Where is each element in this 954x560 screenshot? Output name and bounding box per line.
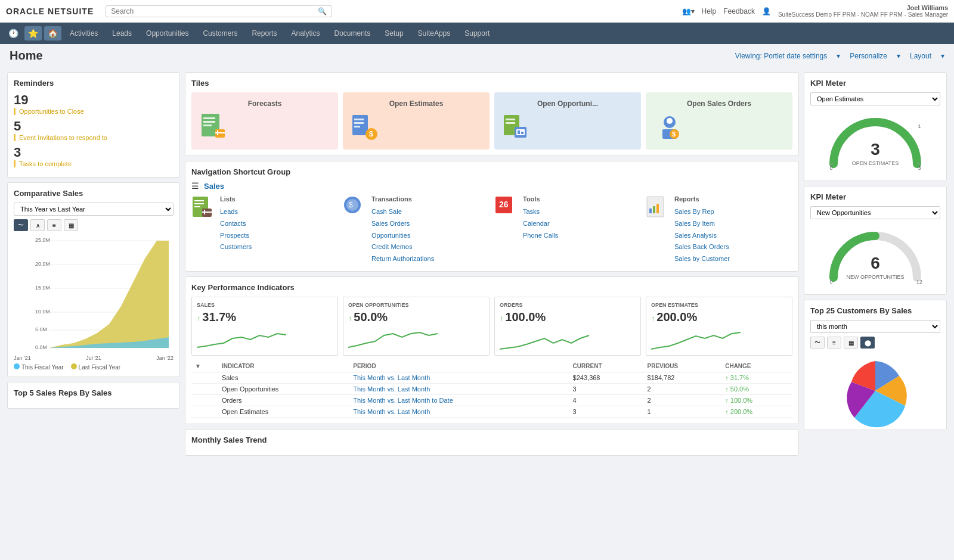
- link-sales-backorders[interactable]: Sales Back Orders: [674, 241, 730, 253]
- tile-forecasts[interactable]: Forecasts: [191, 92, 338, 150]
- nav-icon-clock[interactable]: 🕐: [5, 26, 22, 41]
- search-bar[interactable]: 🔍: [106, 5, 332, 17]
- chart-line-btn[interactable]: ∧: [30, 219, 45, 231]
- link-leads[interactable]: Leads: [220, 206, 252, 218]
- kpi-grid: SALES ↑ 31.7% OPEN OPPORTUNITIES: [191, 297, 792, 356]
- sales-group-header: ☰ Sales: [191, 181, 792, 191]
- svg-text:6: 6: [871, 254, 880, 272]
- chart-x-labels: Jan '21 Jul '21 Jan '22: [14, 355, 174, 361]
- nav-suiteapps[interactable]: SuiteApps: [412, 27, 457, 40]
- kpi-row-sales-change: ↑ 31.7%: [721, 372, 792, 383]
- link-cash-sale[interactable]: Cash Sale: [371, 206, 434, 218]
- sales-group-label[interactable]: Sales: [204, 182, 224, 191]
- personalize-link[interactable]: Personalize: [850, 52, 887, 60]
- link-sales-by-rep[interactable]: Sales By Rep: [674, 206, 730, 218]
- user-name: Joel Williams: [778, 4, 948, 11]
- search-input[interactable]: [111, 7, 318, 15]
- kpi-row-sales-indicator[interactable]: Sales: [218, 372, 349, 383]
- kpi-meter1-dropdown[interactable]: Open Estimates: [810, 92, 940, 105]
- svg-rect-22: [354, 119, 364, 120]
- kpi-row-openopps-period[interactable]: This Month vs. Last Month: [349, 383, 569, 394]
- chart-table-btn[interactable]: ≡: [47, 219, 61, 231]
- kpi-open-estimates: OPEN ESTIMATES ↑ 200.0%: [646, 297, 792, 356]
- nav-setup[interactable]: Setup: [379, 27, 409, 40]
- page-title: Home: [10, 49, 43, 63]
- kpi-col-previous[interactable]: PREVIOUS: [644, 360, 722, 372]
- svg-rect-33: [521, 132, 524, 134]
- kpi-row-orders-period[interactable]: This Month vs. Last Month to Date: [349, 394, 569, 406]
- svg-text:26: 26: [499, 200, 509, 209]
- nav-customers[interactable]: Customers: [197, 27, 243, 40]
- kpi-row-sales-current: $243,368: [569, 372, 644, 383]
- link-sales-by-item[interactable]: Sales By Item: [674, 218, 730, 230]
- kpi-open-opps-arrow: ↑: [348, 315, 352, 323]
- top25-pie-btn[interactable]: ⬤: [860, 337, 875, 349]
- nav-leads[interactable]: Leads: [106, 27, 138, 40]
- link-contacts[interactable]: Contacts: [220, 218, 252, 230]
- link-sales-analysis[interactable]: Sales Analysis: [674, 230, 730, 242]
- reminder-item-1[interactable]: 19 Opportunities to Close: [14, 92, 174, 115]
- nav-analytics[interactable]: Analytics: [285, 27, 326, 40]
- link-return-auth[interactable]: Return Authorizations: [371, 253, 434, 265]
- kpi-col-period[interactable]: PERIOD: [349, 360, 569, 372]
- tile-open-estimates[interactable]: Open Estimates $: [343, 92, 490, 150]
- kpi-open-opps-value: ↑ 50.0%: [348, 310, 484, 324]
- link-phone-calls[interactable]: Phone Calls: [523, 230, 558, 242]
- reminder-item-2[interactable]: 5 Event Invitations to respond to: [14, 119, 174, 141]
- link-prospects[interactable]: Prospects: [220, 230, 252, 242]
- kpi-col-indicator[interactable]: INDICATOR: [218, 360, 349, 372]
- reminder-item-3[interactable]: 3 Tasks to complete: [14, 145, 174, 167]
- transactions-links: Cash Sale Sales Orders Opportunities Cre…: [371, 206, 434, 265]
- nav-icon-home[interactable]: 🏠: [44, 26, 61, 41]
- link-calendar[interactable]: Calendar: [523, 218, 558, 230]
- nav-activities[interactable]: Activities: [64, 27, 104, 40]
- kpi-table: ▼ INDICATOR PERIOD CURRENT PREVIOUS CHAN…: [191, 360, 792, 418]
- kpi-row-openest-current: 3: [569, 406, 644, 417]
- tile-open-opportunities[interactable]: Open Opportuni...: [494, 92, 641, 150]
- chart-type-icons: 〜 ∧ ≡ ▦: [14, 219, 174, 231]
- viewing-portlet-link[interactable]: Viewing: Portlet date settings: [735, 52, 828, 60]
- kpi-row-openest-period[interactable]: This Month vs. Last Month: [349, 406, 569, 417]
- link-opportunities[interactable]: Opportunities: [371, 230, 434, 242]
- top25-customers-dropdown[interactable]: this month: [810, 320, 940, 333]
- kpi-orders: ORDERS ↑ 100.0%: [494, 297, 641, 356]
- user-switch-icon[interactable]: 👥▾: [682, 7, 695, 15]
- kpi-row-orders: Orders This Month vs. Last Month to Date…: [191, 394, 792, 406]
- svg-rect-53: [653, 206, 655, 213]
- kpi-meter2-dropdown[interactable]: New Opportunities: [810, 206, 940, 219]
- kpi-row-openest-indicator[interactable]: Open Estimates: [218, 406, 349, 417]
- kpi-col-change[interactable]: CHANGE: [721, 360, 792, 372]
- layout-link[interactable]: Layout: [910, 52, 931, 60]
- top25-bar-btn[interactable]: ▦: [844, 337, 858, 349]
- lists-links: Leads Contacts Prospects Customers: [220, 206, 252, 253]
- link-sales-by-customer[interactable]: Sales by Customer: [674, 253, 730, 265]
- shortcut-col-lists: Lists Leads Contacts Prospects Customers: [191, 195, 338, 265]
- kpi-col-sort[interactable]: ▼: [191, 360, 218, 372]
- feedback-link[interactable]: Feedback: [723, 7, 755, 15]
- comparative-sales-dropdown[interactable]: This Year vs Last Year: [14, 203, 174, 216]
- kpi-orders-arrow: ↑: [500, 315, 503, 323]
- kpi-row-openopps-previous: 2: [644, 383, 722, 394]
- nav-reports[interactable]: Reports: [246, 27, 283, 40]
- reminder-number-2: 5: [14, 119, 174, 134]
- link-credit-memos[interactable]: Credit Memos: [371, 241, 434, 253]
- link-sales-orders[interactable]: Sales Orders: [371, 218, 434, 230]
- nav-documents[interactable]: Documents: [329, 27, 377, 40]
- tile-open-sales-orders[interactable]: Open Sales Orders $: [646, 92, 792, 150]
- kpi-meter1-card: KPI Meter Open Estimates 3 OPEN ESTIMATE…: [804, 72, 947, 181]
- lists-title: Lists: [220, 195, 252, 203]
- kpi-row-sales-period[interactable]: This Month vs. Last Month: [349, 372, 569, 383]
- top25-line-btn[interactable]: 〜: [810, 337, 825, 349]
- chart-area-btn[interactable]: 〜: [14, 219, 28, 231]
- nav-opportunities[interactable]: Opportunities: [140, 27, 194, 40]
- kpi-row-orders-indicator[interactable]: Orders: [218, 394, 349, 406]
- nav-icon-star[interactable]: ⭐: [24, 26, 42, 41]
- kpi-row-openopps-indicator[interactable]: Open Opportunities: [218, 383, 349, 394]
- link-customers[interactable]: Customers: [220, 241, 252, 253]
- link-tasks[interactable]: Tasks: [523, 206, 558, 218]
- chart-bar-btn[interactable]: ▦: [64, 219, 78, 231]
- top25-table-btn[interactable]: ≡: [827, 337, 841, 349]
- help-link[interactable]: Help: [702, 7, 717, 15]
- kpi-col-current[interactable]: CURRENT: [569, 360, 644, 372]
- nav-support[interactable]: Support: [459, 27, 495, 40]
